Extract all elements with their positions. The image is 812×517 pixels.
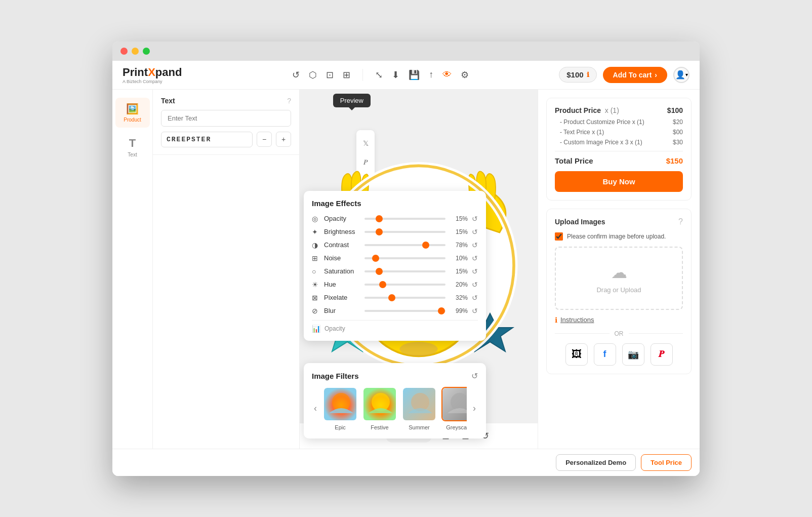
text-section-title: Text	[161, 97, 175, 105]
confirm-row: Please confirm image before upload.	[555, 232, 683, 241]
hue-label: Hue	[324, 281, 360, 288]
instructions-row: ℹ Instructions	[555, 316, 683, 324]
text-input[interactable]	[161, 110, 291, 127]
shape-icon[interactable]: ⬡	[309, 69, 317, 81]
confirm-label: Please confirm image before upload.	[567, 233, 666, 240]
preview-icon[interactable]: 👁	[442, 69, 452, 80]
hue-slider[interactable]	[364, 284, 445, 286]
right-panel: Product Price x (1) $100 - Product Custo…	[538, 90, 700, 449]
noise-value: 10%	[450, 255, 468, 262]
header-tools: ↺ ⬡ ⊡ ⊞ ⤡ ⬇ 💾 ↑ 👁 ⚙	[202, 69, 559, 81]
save-icon[interactable]: 💾	[409, 69, 420, 81]
add-to-cart-button[interactable]: Add To cart ›	[603, 67, 667, 83]
noise-slider[interactable]	[364, 257, 445, 259]
effect-row-hue: ☀ Hue 20% ↺	[312, 281, 478, 289]
filters-title: Image Filters	[312, 372, 359, 380]
product-qty: x (1)	[605, 106, 619, 114]
help-icon[interactable]: ?	[287, 97, 291, 105]
instagram-upload-button[interactable]: 📷	[622, 343, 644, 366]
filter-summer-thumb	[402, 387, 436, 421]
pinterest-upload-button[interactable]: 𝑷	[651, 343, 673, 366]
opacity-slider[interactable]	[364, 218, 445, 220]
product-price-label: Product Price x (1)	[555, 106, 619, 114]
filter-summer[interactable]: Summer	[402, 387, 436, 430]
upload-cloud-icon: ☁	[611, 263, 627, 282]
blur-slider[interactable]	[364, 310, 445, 312]
upload-drop-zone[interactable]: ☁ Drag or Upload	[555, 247, 683, 310]
noise-reset-icon[interactable]: ↺	[472, 254, 478, 262]
image-effects-panel: Image Effects ◎ Opacity 15% ↺ ✦ Brightne…	[304, 191, 486, 341]
filter-next-arrow[interactable]: ›	[471, 403, 478, 414]
saturation-label: Saturation	[324, 267, 360, 275]
brightness-slider[interactable]	[364, 231, 445, 233]
filters-refresh-icon[interactable]: ↺	[471, 371, 478, 381]
filter-epic[interactable]: Epic	[323, 387, 357, 430]
total-row: Total Price $150	[555, 156, 683, 165]
saturation-icon: ○	[312, 267, 320, 275]
filter-prev-arrow[interactable]: ‹	[312, 403, 319, 414]
noise-icon: ⊞	[312, 254, 320, 262]
pixelate-value: 32%	[450, 294, 468, 301]
pixelate-reset-icon[interactable]: ↺	[472, 294, 478, 302]
brightness-reset-icon[interactable]: ↺	[472, 228, 478, 236]
confirm-checkbox[interactable]	[555, 232, 563, 241]
logo: PrintXpand	[123, 66, 182, 79]
close-dot[interactable]	[120, 48, 128, 55]
sidebar-item-product[interactable]: 🖼️ Product	[115, 98, 150, 128]
upload-section: Upload Images ? Please confirm image bef…	[546, 209, 692, 374]
contrast-reset-icon[interactable]: ↺	[472, 241, 478, 249]
grid-icon[interactable]: ⊞	[343, 69, 350, 81]
sub-label-2: - Custom Image Price x 3 x (1)	[560, 139, 642, 146]
left-panel: Text ? CREEPSTER − +	[153, 90, 300, 449]
copy-icon[interactable]: ⊡	[326, 69, 334, 81]
effect-row-contrast: ◑ Contrast 78% ↺	[312, 241, 478, 249]
buy-now-button[interactable]: Buy Now	[555, 171, 683, 192]
gallery-upload-button[interactable]: 🖼	[565, 343, 588, 366]
sidebar-item-text[interactable]: T Text	[115, 132, 150, 163]
font-minus-button[interactable]: −	[257, 132, 272, 147]
saturation-slider[interactable]	[364, 270, 445, 272]
opacity-reset-icon[interactable]: ↺	[472, 215, 478, 223]
tool-price-button[interactable]: Tool Price	[641, 454, 692, 471]
hue-reset-icon[interactable]: ↺	[472, 281, 478, 289]
filter-festive[interactable]: Festive	[362, 387, 397, 430]
effect-row-saturation: ○ Saturation 15% ↺	[312, 267, 478, 275]
main-layout: 🖼️ Product T Text Text ?	[112, 90, 700, 449]
user-avatar[interactable]: 👤 ▾	[673, 67, 689, 83]
instructions-link[interactable]: Instructions	[560, 316, 594, 324]
blur-label: Blur	[324, 307, 360, 314]
share-icon[interactable]: ↑	[429, 69, 433, 80]
contrast-value: 78%	[450, 242, 468, 249]
settings-icon[interactable]: ⚙	[461, 69, 469, 81]
font-plus-button[interactable]: +	[276, 132, 291, 147]
bottom-bar: Personalized Demo Tool Price	[112, 449, 700, 476]
product-icon: 🖼️	[126, 103, 139, 115]
minimize-dot[interactable]	[132, 48, 139, 55]
info-icon[interactable]: ℹ	[587, 71, 589, 78]
saturation-reset-icon[interactable]: ↺	[472, 267, 478, 275]
upload-help-icon[interactable]: ?	[678, 217, 683, 226]
facebook-upload-button[interactable]: f	[594, 343, 616, 366]
personalized-demo-button[interactable]: Personalized Demo	[556, 454, 636, 471]
font-select[interactable]: CREEPSTER	[161, 132, 253, 147]
blur-reset-icon[interactable]: ↺	[472, 307, 478, 315]
contrast-slider[interactable]	[364, 244, 445, 246]
upload-header: Upload Images ?	[555, 217, 683, 226]
canvas-area: Preview 𝕏 𝑷 ✉ ⊡ f	[300, 90, 538, 449]
opacity-bottom-label: Opacity	[324, 325, 345, 332]
pixelate-slider[interactable]	[364, 297, 445, 299]
image-filters-panel: Image Filters ↺ ‹	[304, 363, 486, 439]
maximize-dot[interactable]	[143, 48, 150, 55]
epic-filter-label: Epic	[335, 424, 345, 430]
download-icon[interactable]: ⬇	[392, 69, 399, 81]
hue-value: 20%	[450, 281, 468, 288]
or-text: OR	[615, 330, 624, 337]
expand-icon[interactable]: ⤡	[375, 69, 383, 81]
opacity-label: Opacity	[324, 215, 360, 222]
greyscale-filter-label: Greyscale	[446, 424, 467, 430]
opacity-icon: ◎	[312, 215, 320, 223]
rotate-icon[interactable]: ↺	[292, 69, 300, 81]
total-label: Total Price	[555, 156, 593, 165]
filter-greyscale[interactable]: Greyscale	[441, 387, 467, 430]
effect-row-blur: ⊘ Blur 99% ↺	[312, 307, 478, 315]
